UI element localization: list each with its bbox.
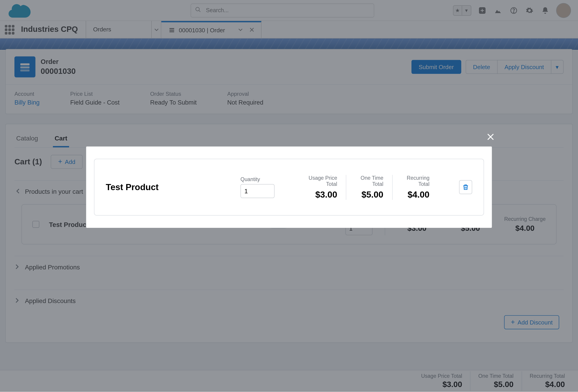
modal-qty-input[interactable]	[241, 184, 275, 198]
modal-card: Test Product Quantity Usage Price Total …	[94, 159, 484, 216]
modal-recurring-label: Recurring Total	[401, 175, 430, 187]
modal-close-icon[interactable]	[486, 132, 495, 143]
modal-product-name: Test Product	[106, 182, 228, 192]
modal-recurring-value: $4.00	[401, 190, 430, 200]
modal-usage-label: Usage Price Total	[304, 175, 337, 187]
modal-usage-value: $3.00	[304, 190, 337, 200]
modal-delete-button[interactable]	[459, 180, 472, 194]
modal: Test Product Quantity Usage Price Total …	[86, 147, 492, 228]
modal-onetime-label: One Time Total	[355, 175, 383, 187]
modal-onetime-value: $5.00	[355, 190, 383, 200]
modal-qty-label: Quantity	[241, 176, 275, 182]
